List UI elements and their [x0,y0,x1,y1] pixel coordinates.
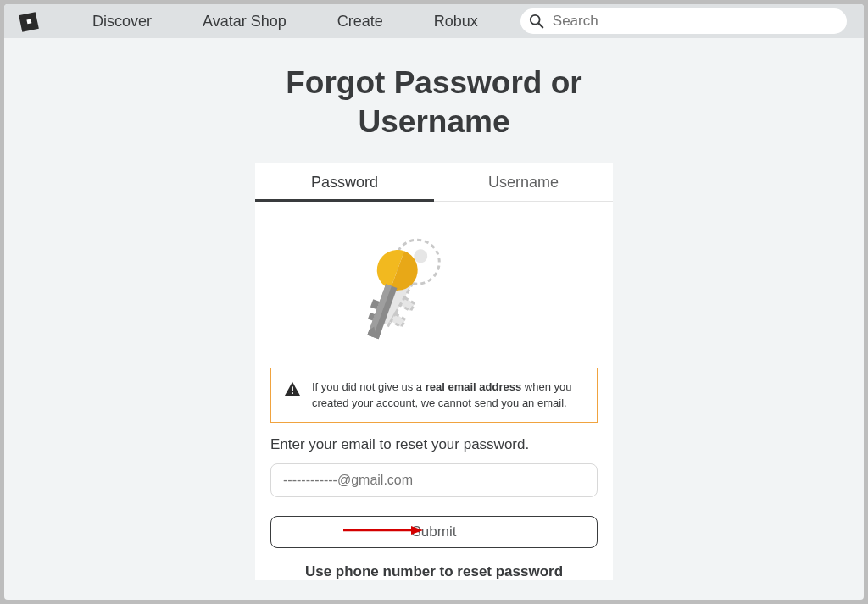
nav-discover[interactable]: Discover [67,13,177,30]
search-container [520,8,847,34]
use-phone-link[interactable]: Use phone number to reset password [270,558,598,580]
submit-button[interactable]: Submit [270,516,598,548]
svg-rect-1 [26,19,31,24]
svg-rect-14 [292,386,293,391]
tabs: Password Username [255,163,613,202]
instruction-text: Enter your email to reset your password. [270,436,598,453]
tab-password[interactable]: Password [255,163,434,201]
app-window: Discover Avatar Shop Create Robux Forgot… [4,4,864,600]
nav-robux[interactable]: Robux [409,13,504,30]
reset-card: Password Username [255,163,613,580]
card-body: If you did not give us a real email addr… [255,368,613,580]
alert-text: If you did not give us a real email addr… [312,379,585,412]
nav-avatar-shop[interactable]: Avatar Shop [177,13,312,30]
svg-rect-15 [292,392,293,394]
page-title: Forgot Password or Username [239,64,629,142]
email-warning-alert: If you did not give us a real email addr… [270,368,598,423]
nav-create[interactable]: Create [312,13,409,30]
email-field[interactable] [270,463,598,497]
submit-wrap: Submit [270,516,598,548]
search-input[interactable] [520,8,847,34]
page-body: Forgot Password or Username Password Use… [4,38,864,600]
key-illustration-icon [255,202,613,363]
roblox-logo-icon[interactable] [19,10,42,32]
tab-username[interactable]: Username [434,163,613,201]
warning-icon [283,380,302,399]
top-nav: Discover Avatar Shop Create Robux [4,4,864,38]
